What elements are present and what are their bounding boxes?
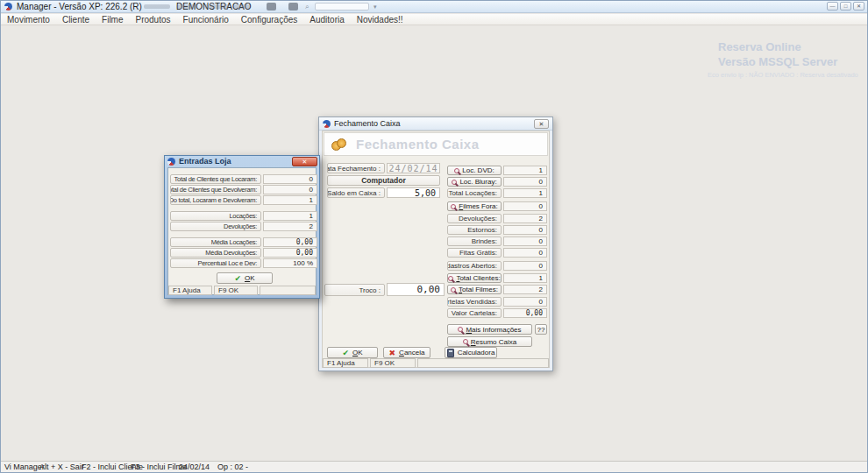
total-filmes-button[interactable]: Total Filmes: [447,285,502,294]
entradas-title: Entradas Loja [179,157,231,166]
cadastros-abertos-label: Cadastros Abertos: [447,261,502,271]
estornos-label: Estornos: [447,225,502,235]
f1-ajuda-hint: F1 Ajuda [323,358,368,368]
devolucoes-entradas-label: Devoluções: [170,222,261,231]
menubar: Movimento Cliente Filme Produtos Funcion… [1,14,867,25]
data-fechamento-value: 24/02/14 [387,163,440,173]
filmes-fora-value: 0 [503,201,547,211]
loc-dvd-button[interactable]: Loc. DVD: [447,166,502,175]
loc-dvd-value: 1 [503,166,547,175]
loc-bluray-button[interactable]: Loc. Bluray: [447,177,502,187]
fechamento-statusbar: F1 Ajuda F9 OK [323,358,549,368]
menu-movimento[interactable]: Movimento [1,15,56,25]
fechamento-header-panel: Fechamento Caixa [324,132,548,156]
dialog-logo-icon [167,158,175,166]
saldo-em-caixa-label: Saldo em Caixa : [327,187,385,198]
calculadora-button[interactable]: Calculadora [445,347,497,358]
magnifier-icon [458,327,463,332]
locaram-e-devolveram-value: 1 [263,195,317,205]
chevron-down-icon[interactable]: ▾ [374,4,377,11]
fechamento-header-title: Fechamento Caixa [356,137,480,152]
media-devolucoes-value: 0,00 [263,248,317,258]
menu-auditoria[interactable]: Auditoria [303,15,350,25]
total-filmes-value: 2 [503,285,547,294]
magnifier-icon [451,287,456,293]
menu-novidades[interactable]: Novidades!! [351,15,409,25]
fechamento-caixa-dialog: Fechamento Caixa ✕ Fechamento Caixa Data… [318,116,553,371]
overlay-tool-icon[interactable] [288,3,298,11]
entradas-statusbar: F1 Ajuda F9 OK [168,286,316,295]
statusbar-filler [260,286,316,295]
media-locacoes-value: 0,00 [263,237,317,247]
coins-icon [331,138,349,152]
computador-header[interactable]: Computador [327,175,440,186]
filmes-fora-button[interactable]: Filmes Fora: [447,201,502,211]
check-icon: ✔ [234,274,241,283]
ghost-toolbar-item [234,4,250,9]
watermark-envio-status: Eco envio ip : NÃO ENVIADO : Reserva des… [708,71,858,79]
menu-produtos[interactable]: Produtos [130,15,177,25]
percentual-loc-dev-value: 100 % [263,258,317,268]
resumo-caixa-button[interactable]: Resumo Caixa [447,336,532,347]
ghost-toolbar-item [204,4,229,9]
cartelas-vendidas-label: Cartelas Vendidas: [447,297,502,307]
magnifier-icon [454,168,459,173]
saldo-em-caixa-value[interactable]: 5,00 [387,187,440,198]
overlay-search-input[interactable] [315,3,369,11]
help-question-button[interactable]: ?? [535,324,547,335]
magnifier-icon [452,180,457,185]
overlay-tool-icon[interactable] [267,3,276,11]
locaram-e-devolveram-label: Do total, Locaram e Devolveram: [170,195,261,205]
total-clientes-value: 1 [503,273,547,283]
search-icon: ⌕ [305,3,309,11]
entradas-ok-button[interactable]: ✔OK [217,272,273,284]
locacoes-label: Locações: [170,211,261,221]
brindes-value: 0 [503,236,547,246]
locacoes-value: 1 [263,211,317,221]
brindes-label: Brindes: [447,236,502,246]
mais-informacoes-button[interactable]: Mais Informações [447,324,532,335]
total-locacoes-value: 1 [503,188,547,198]
ghost-toolbar-item [144,4,170,9]
entradas-titlebar[interactable]: Entradas Loja ✕ [165,156,319,167]
main-statusbar: Vi Manager Alt + X - Sair F2 - Inclui Cl… [1,461,867,472]
media-locacoes-label: Média Locações: [170,237,261,247]
menu-funcionario[interactable]: Funcionário [177,15,235,25]
menu-filme[interactable]: Filme [96,15,129,25]
maximize-button[interactable]: □ [840,2,851,11]
total-clientes-button[interactable]: Total Clientes: [447,273,502,283]
minimize-button[interactable]: — [827,2,838,11]
close-button[interactable]: ✕ [853,2,864,11]
magnifier-icon [463,339,468,344]
troco-value[interactable]: 0,00 [387,283,445,296]
clientes-devolveram-value: 0 [263,185,317,194]
fechamento-titlebar[interactable]: Fechamento Caixa ✕ [319,117,552,131]
status-alt-x-sair: Alt + X - Sair [39,462,84,471]
devolucoes-label: Devoluções: [447,214,502,223]
clientes-locaram-value: 0 [263,174,317,184]
ghost-toolbar-item [176,4,197,9]
check-icon: ✔ [342,349,349,357]
menu-configuracoes[interactable]: Configurações [235,15,303,25]
f9-ok-hint: F9 OK [214,286,258,295]
watermark-reserva-online: Reserva Online [718,40,801,53]
estornos-value: 0 [503,225,547,235]
fechamento-ok-button[interactable]: ✔OK [327,347,378,358]
entradas-close-button[interactable]: ✕ [292,157,317,166]
entradas-loja-dialog: Entradas Loja ✕ Total de Clientes que Lo… [164,155,320,299]
app-logo-icon [4,3,12,11]
data-fechamento-label: Data Fechamento : [327,163,385,173]
valor-cartelas-value: 0,00 [503,308,547,318]
devolucoes-value: 2 [503,214,547,223]
fechamento-cancela-button[interactable]: ✖Cancela [383,347,430,358]
clientes-locaram-label: Total de Clientes que Locaram: [170,174,261,184]
cross-icon: ✖ [389,349,396,357]
menu-cliente[interactable]: Cliente [56,15,96,25]
magnifier-icon [451,204,456,209]
window-titlebar: Manager - Versão XP: 226.2 (R) DEMONSTRA… [1,1,867,13]
status-operador: Op : 02 - [217,462,248,471]
clientes-devolveram-label: Total de Clientes que Devolveram: [170,185,261,194]
fechamento-title: Fechamento Caixa [334,119,401,128]
magnifier-icon [448,276,453,281]
fechamento-close-button[interactable]: ✕ [534,119,549,129]
